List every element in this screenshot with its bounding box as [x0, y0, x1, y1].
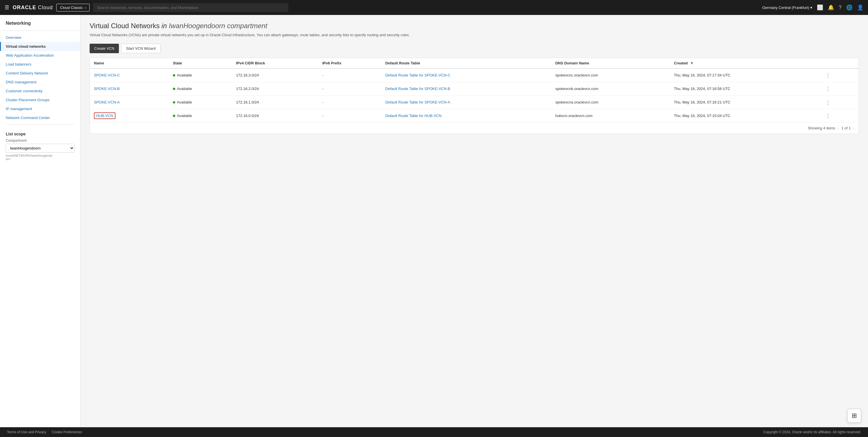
- sort-arrow-icon: ▼: [690, 61, 694, 65]
- showing-label: Showing 4 items: [808, 126, 835, 130]
- region-selector[interactable]: Germany Central (Frankfurt) ▾: [762, 5, 812, 10]
- sidebar-item-cluster-placement-groups[interactable]: Cluster Placement Groups: [0, 95, 80, 105]
- search-input[interactable]: [93, 3, 288, 12]
- vcn-name-link[interactable]: SPOKE-VCN-B: [94, 87, 120, 91]
- col-dns: DNS Domain Name: [551, 58, 670, 68]
- compartment-select[interactable]: IwanHoogendoorn: [6, 144, 74, 153]
- route-table-link[interactable]: Default Route Table for SPOKE-VCN-B: [385, 87, 451, 91]
- sidebar-item-network-command-center[interactable]: Network Command Center: [0, 113, 80, 122]
- vcn-state-cell: Available: [169, 68, 232, 82]
- vcn-name-cell: SPOKE-VCN-C: [90, 68, 169, 82]
- vcn-name-link[interactable]: HUB-VCN: [96, 114, 113, 118]
- chevron-down-icon: ▾: [810, 5, 812, 10]
- top-navigation: ☰ ORACLE Cloud Cloud Classic › Germany C…: [0, 0, 868, 15]
- table-row: SPOKE-VCN-B Available 172.16.2.0/24 - De…: [90, 82, 859, 95]
- globe-icon[interactable]: 🌐: [846, 4, 852, 11]
- hamburger-icon[interactable]: ☰: [5, 4, 9, 11]
- prev-page-button[interactable]: ‹: [838, 126, 839, 131]
- vcn-state-cell: Available: [169, 82, 232, 95]
- status-dot-icon: [173, 88, 175, 90]
- route-table-link[interactable]: Default Route Table for SPOKE-VCN-A: [385, 100, 451, 105]
- row-actions-button[interactable]: ⋮: [824, 112, 832, 120]
- compartment-label: Compartment: [0, 139, 80, 144]
- sidebar-item-content-delivery-network[interactable]: Content Delivery Network: [0, 69, 80, 78]
- next-page-button[interactable]: ›: [853, 126, 855, 131]
- vcn-name-cell: SPOKE-VCN-A: [90, 95, 169, 109]
- vcn-actions-cell: ⋮: [820, 68, 859, 82]
- nav-right: Germany Central (Frankfurt) ▾ ⬜ 🔔 ? 🌐 👤: [762, 4, 863, 11]
- vcn-created-cell: Thu, May 16, 2024, 07:15:04 UTC: [670, 109, 820, 122]
- help-icon[interactable]: ?: [839, 5, 842, 11]
- vcn-created-cell: Thu, May 16, 2024, 07:16:58 UTC: [670, 82, 820, 95]
- vcn-actions-cell: ⋮: [820, 109, 859, 122]
- col-created[interactable]: Created ▼: [670, 58, 820, 68]
- vcn-actions-cell: ⋮: [820, 82, 859, 95]
- sidebar-item-web-application-acceleration[interactable]: Web Application Acceleration: [0, 51, 80, 60]
- sidebar-item-ip-management[interactable]: IP management: [0, 105, 80, 113]
- status-dot-icon: [173, 74, 175, 77]
- sidebar: Networking Overview Virtual cloud networ…: [0, 15, 81, 437]
- vcn-ipv4-cell: 172.16.3.0/24: [232, 68, 318, 82]
- cloud-classic-button[interactable]: Cloud Classic ›: [56, 4, 90, 11]
- terms-link[interactable]: Terms of Use and Privacy: [7, 430, 46, 434]
- oracle-logo: ORACLE Cloud: [13, 5, 53, 11]
- col-name: Name: [90, 58, 169, 68]
- vcn-ipv4-cell: 172.16.0.0/24: [232, 109, 318, 122]
- vcn-route-table-cell: Default Route Table for SPOKE-VCN-C: [381, 68, 552, 82]
- footer-links: Terms of Use and Privacy Cookie Preferen…: [7, 430, 87, 434]
- copyright-text: Copyright © 2024, Oracle and/or its affi…: [763, 430, 861, 434]
- vcn-name-link[interactable]: SPOKE-VCN-C: [94, 73, 120, 77]
- page-footer: Terms of Use and Privacy Cookie Preferen…: [0, 427, 868, 437]
- vcn-ipv6-cell: -: [318, 95, 381, 109]
- sidebar-item-dns-management[interactable]: DNS management: [0, 78, 80, 87]
- row-actions-button[interactable]: ⋮: [824, 71, 832, 79]
- vcn-dns-cell: spokevcnc.oraclevcn.com: [551, 68, 670, 82]
- page-layout: Networking Overview Virtual cloud networ…: [0, 15, 868, 437]
- vcn-dns-cell: spokevcna.oraclevcn.com: [551, 95, 670, 109]
- status-dot-icon: [173, 101, 175, 104]
- main-content: Virtual Cloud Networks in IwanHoogendoor…: [81, 15, 868, 437]
- table-row: SPOKE-VCN-A Available 172.16.1.0/24 - De…: [90, 95, 859, 109]
- sidebar-item-customer-connectivity[interactable]: Customer connectivity: [0, 87, 80, 95]
- vcn-state-cell: Available: [169, 95, 232, 109]
- route-table-link[interactable]: Default Route Table for SPOKE-VCN-C: [385, 73, 451, 77]
- terminal-icon[interactable]: ⬜: [817, 4, 823, 11]
- vcn-created-cell: Thu, May 16, 2024, 07:16:21 UTC: [670, 95, 820, 109]
- vcn-name-link[interactable]: SPOKE-VCN-A: [94, 100, 120, 105]
- sidebar-divider: [6, 124, 74, 125]
- table-row: SPOKE-VCN-C Available 172.16.3.0/24 - De…: [90, 68, 859, 82]
- page-title: Virtual Cloud Networks in IwanHoogendoor…: [90, 22, 859, 30]
- col-route-table: Default Route Table: [381, 58, 552, 68]
- vcn-route-table-cell: Default Route Table for SPOKE-VCN-B: [381, 82, 552, 95]
- sidebar-item-overview[interactable]: Overview: [0, 33, 80, 42]
- status-dot-icon: [173, 115, 175, 117]
- compartment-path: (root)/NETWORK/IwanHoogendoorn: [0, 153, 80, 162]
- sidebar-title: Networking: [0, 21, 80, 31]
- table-footer: Showing 4 items ‹ 1 of 1 ›: [90, 122, 859, 134]
- row-actions-button[interactable]: ⋮: [824, 85, 832, 93]
- row-actions-button[interactable]: ⋮: [824, 98, 832, 106]
- sidebar-item-load-balancers[interactable]: Load balancers: [0, 60, 80, 69]
- table-header-row: Name State IPv4 CIDR Block IPv6 Prefix D…: [90, 58, 859, 68]
- list-scope-title: List scope: [0, 127, 80, 139]
- bell-icon[interactable]: 🔔: [828, 4, 834, 11]
- sidebar-item-virtual-cloud-networks[interactable]: Virtual cloud networks: [0, 42, 80, 51]
- vcn-table: Name State IPv4 CIDR Block IPv6 Prefix D…: [90, 58, 859, 122]
- toolbar: Create VCN Start VCN Wizard: [90, 44, 859, 53]
- start-vcn-wizard-button[interactable]: Start VCN Wizard: [121, 44, 161, 53]
- col-ipv4: IPv4 CIDR Block: [232, 58, 318, 68]
- vcn-name-cell: HUB-VCN: [90, 109, 169, 122]
- vcn-ipv4-cell: 172.16.2.0/24: [232, 82, 318, 95]
- vcn-route-table-cell: Default Route Table for SPOKE-VCN-A: [381, 95, 552, 109]
- create-vcn-button[interactable]: Create VCN: [90, 44, 119, 53]
- vcn-ipv6-cell: -: [318, 68, 381, 82]
- table-row: HUB-VCN Available 172.16.0.0/24 - Defaul…: [90, 109, 859, 122]
- help-widget[interactable]: ⊞: [847, 409, 861, 423]
- vcn-dns-cell: hubvcn.oraclevcn.com: [551, 109, 670, 122]
- vcn-table-container: Name State IPv4 CIDR Block IPv6 Prefix D…: [90, 58, 859, 134]
- route-table-link[interactable]: Default Route Table for HUB-VCN: [385, 114, 442, 118]
- col-ipv6: IPv6 Prefix: [318, 58, 381, 68]
- vcn-actions-cell: ⋮: [820, 95, 859, 109]
- user-icon[interactable]: 👤: [857, 4, 863, 11]
- cookie-link[interactable]: Cookie Preferences: [52, 430, 82, 434]
